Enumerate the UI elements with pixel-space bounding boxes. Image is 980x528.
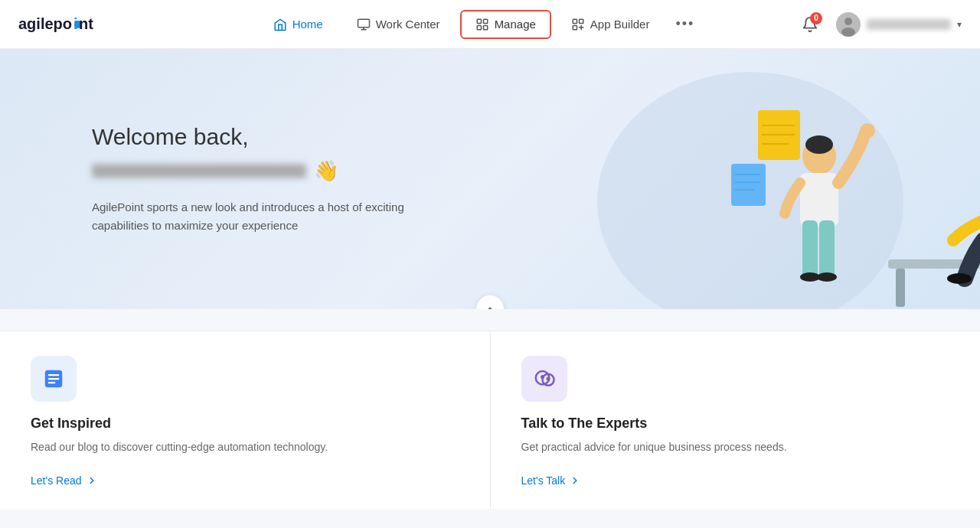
nav-item-workcenter[interactable]: Work Center [343,11,454,37]
svg-point-14 [841,28,855,37]
wave-emoji: 👋 [314,159,338,183]
appbuilder-label: App Builder [590,18,650,31]
card-talk-experts-link[interactable]: Let's Talk [521,474,581,487]
svg-point-25 [805,135,833,154]
home-label: Home [292,18,323,31]
arrow-right-icon-2 [570,475,580,486]
svg-text:agilepo: agilepo [18,15,72,32]
monitor-icon [357,18,371,31]
nav-items: Home Work Center Manage [164,10,796,39]
logo-svg: agilepo i nt [18,11,118,38]
card-get-inspired: Get Inspired Read our blog to discover c… [0,331,491,509]
card-get-inspired-desc: Read our blog to discover cutting-edge a… [31,439,459,455]
svg-rect-11 [573,25,577,29]
svg-rect-7 [477,25,481,29]
svg-point-55 [541,375,544,379]
svg-text:i: i [74,15,78,32]
card-icon-talk-experts [521,356,567,402]
svg-point-13 [844,18,852,25]
svg-rect-5 [477,19,481,23]
workcenter-label: Work Center [376,18,440,31]
svg-rect-4 [358,19,369,28]
nav-item-home[interactable]: Home [260,11,337,37]
svg-point-31 [860,123,875,139]
notification-badge: 0 [810,12,822,24]
svg-point-30 [817,272,837,282]
nav-item-appbuilder[interactable]: App Builder [557,11,664,37]
hero-description: AgilePoint sports a new look and introdu… [92,198,404,235]
svg-rect-20 [731,164,766,206]
svg-rect-6 [483,19,487,23]
nav-item-more[interactable]: ••• [669,13,701,35]
svg-rect-9 [573,19,577,23]
user-menu[interactable]: ▾ [836,12,962,37]
card-talk-experts-desc: Get practical advice for unique business… [521,439,950,455]
avatar-icon [836,12,861,37]
document-icon [42,367,65,390]
card-talk-experts: Talk to The Experts Get practical advice… [491,331,981,509]
card-get-inspired-link[interactable]: Let's Read [31,474,97,487]
more-label: ••• [675,16,694,32]
svg-text:nt: nt [79,15,93,32]
svg-rect-8 [483,25,487,29]
cards-section: Get Inspired Read our blog to discover c… [0,331,980,509]
user-greeting: 👋 [92,159,404,183]
navbar: agilepo i nt Home Work Cent [0,0,980,49]
card-talk-experts-title: Talk to The Experts [521,416,950,432]
welcome-text: Welcome back, [92,124,404,150]
svg-point-39 [947,273,972,284]
svg-rect-10 [579,19,583,23]
svg-point-56 [546,377,550,381]
user-name-text [867,19,951,30]
chat-icon [533,367,556,390]
user-avatar [836,12,861,37]
manage-label: Manage [495,18,536,31]
svg-rect-28 [819,220,835,278]
nav-item-manage[interactable]: Manage [460,10,551,39]
user-greeting-blurred [92,164,306,178]
appbuilder-icon [571,18,585,31]
hero-illustration [459,49,980,309]
user-chevron-icon: ▾ [957,19,962,30]
notification-button[interactable]: 0 [796,11,824,38]
svg-rect-33 [896,269,905,307]
chevron-up-icon [485,304,495,309]
logo: agilepo i nt [18,11,118,38]
svg-rect-27 [802,220,818,278]
hero-content: Welcome back, 👋 AgilePoint sports a new … [92,124,404,235]
card-get-inspired-title: Get Inspired [31,416,459,432]
illustration-svg [459,49,980,309]
card-icon-get-inspired [31,356,77,402]
grid-icon [475,18,489,31]
home-icon [273,18,287,31]
arrow-right-icon [87,475,97,486]
hero-banner: Welcome back, 👋 AgilePoint sports a new … [0,49,980,309]
nav-right: 0 ▾ [796,11,962,38]
